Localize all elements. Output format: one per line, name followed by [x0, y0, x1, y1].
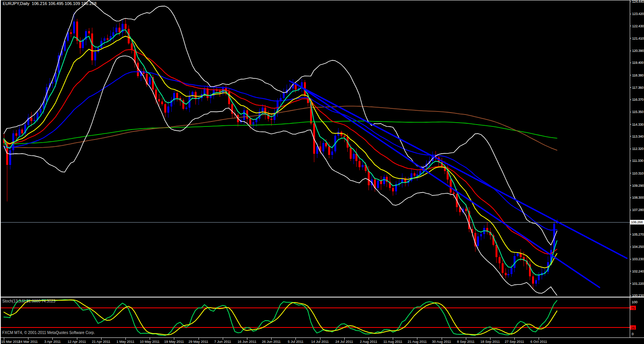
chart-title: EURJPY,Daily 106.216 106.495 106.109 106… [3, 1, 97, 6]
bollinger-lower-line [4, 56, 557, 295]
candles-layer [3, 12, 558, 289]
copyright-text: FXCM MT4, © 2001-2011 MetaQuotes Softwar… [2, 331, 95, 335]
panel-frame [0, 0, 644, 344]
chart-window: 124.440123.420122.430121.410120.390119.4… [0, 0, 644, 344]
trendline-objects[interactable] [290, 81, 627, 287]
sma150-line [4, 106, 557, 150]
stochastic-label: Stoch(13,3,5) 81.0000 74.3023 [2, 299, 55, 303]
chart-canvas[interactable]: 124.440123.420122.430121.410120.390119.4… [0, 0, 644, 344]
ema26-line [4, 50, 557, 254]
trendline-object[interactable] [290, 81, 627, 258]
stoch-main-line [4, 300, 557, 336]
price-axis[interactable] [630, 0, 644, 338]
ema13-line [4, 36, 557, 268]
trendline-object[interactable] [295, 83, 599, 287]
time-axis[interactable] [0, 338, 644, 344]
ema5-line [4, 30, 557, 275]
